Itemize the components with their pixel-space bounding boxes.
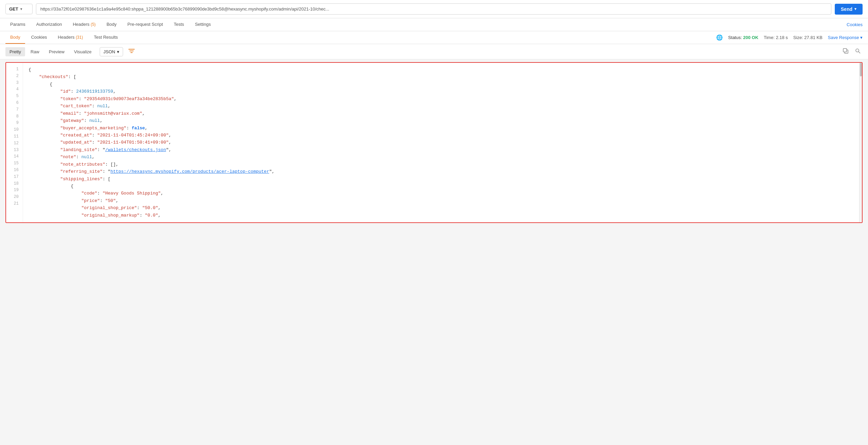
resp-tab-cookies[interactable]: Cookies bbox=[26, 31, 52, 44]
tab-params[interactable]: Params bbox=[5, 18, 30, 31]
format-pretty-button[interactable]: Pretty bbox=[5, 47, 25, 56]
tab-pre-request-script[interactable]: Pre-request Script bbox=[123, 18, 168, 31]
search-button[interactable] bbox=[853, 47, 863, 56]
size-value: Size: 27.81 KB bbox=[793, 35, 823, 40]
cookies-button[interactable]: Cookies bbox=[847, 19, 863, 31]
code-lines[interactable]: { "checkouts": [ { "id": 24369119133759,… bbox=[23, 63, 859, 222]
url-input[interactable] bbox=[36, 3, 831, 15]
status-ok-text: 200 OK bbox=[743, 35, 758, 40]
code-line: "cart_token": null, bbox=[28, 103, 859, 110]
code-line: "buyer_accepts_marketing": false, bbox=[28, 125, 859, 132]
tab-headers[interactable]: Headers (5) bbox=[68, 18, 100, 31]
code-line: "original_shop_markup": "0.0", bbox=[28, 212, 859, 219]
resp-tab-test-results[interactable]: Test Results bbox=[89, 31, 123, 44]
code-line: "referring_site": "https://hexasync.mysh… bbox=[28, 168, 859, 175]
line-numbers: 123456789101112131415161718192021 bbox=[6, 63, 23, 222]
save-response-button[interactable]: Save Response ▾ bbox=[828, 35, 863, 40]
resp-tab-headers[interactable]: Headers (31) bbox=[53, 31, 88, 44]
time-value: Time: 2.18 s bbox=[764, 35, 788, 40]
format-bar: Pretty Raw Preview Visualize JSON ▾ bbox=[0, 44, 868, 59]
send-chevron-icon: ▾ bbox=[854, 7, 856, 11]
code-line: "note_attributes": [], bbox=[28, 161, 859, 168]
format-bar-right bbox=[841, 47, 863, 56]
code-line: "token": "29354d931c9d9073eaf3a34be2835b… bbox=[28, 95, 859, 103]
code-line: "checkouts": [ bbox=[28, 73, 859, 80]
code-line: "shipping_lines": [ bbox=[28, 175, 859, 183]
tab-tests[interactable]: Tests bbox=[169, 18, 189, 31]
svg-rect-4 bbox=[843, 49, 847, 52]
tab-settings[interactable]: Settings bbox=[190, 18, 216, 31]
copy-button[interactable] bbox=[841, 47, 850, 56]
send-button[interactable]: Send ▾ bbox=[835, 4, 863, 15]
code-response-wrapper: 123456789101112131415161718192021 { "che… bbox=[5, 62, 863, 223]
format-type-dropdown[interactable]: JSON ▾ bbox=[100, 47, 123, 56]
code-line: { bbox=[28, 81, 859, 88]
code-line: "gateway": null, bbox=[28, 117, 859, 124]
url-bar: GET ▾ Send ▾ bbox=[0, 0, 868, 18]
code-line: "code": "Heavy Goods Shipping", bbox=[28, 190, 859, 197]
code-line: "created_at": "2021-11-04T01:45:24+09:00… bbox=[28, 132, 859, 139]
globe-icon: 🌐 bbox=[716, 34, 723, 41]
code-line: "updated_at": "2021-11-04T01:50:41+09:00… bbox=[28, 139, 859, 146]
resp-tab-body[interactable]: Body bbox=[5, 31, 25, 44]
format-preview-button[interactable]: Preview bbox=[45, 47, 68, 56]
status-badge: Status: 200 OK bbox=[728, 35, 758, 40]
method-dropdown[interactable]: GET ▾ bbox=[5, 4, 33, 14]
code-line: "original_shop_price": "50.0", bbox=[28, 204, 859, 211]
method-value: GET bbox=[9, 6, 18, 12]
filter-button[interactable] bbox=[126, 47, 137, 56]
request-tabs: Params Authorization Headers (5) Body Pr… bbox=[0, 18, 868, 31]
svg-line-6 bbox=[859, 52, 860, 53]
code-line: "price": "50", bbox=[28, 197, 859, 204]
code-line: "email": "johnsmith@variux.com", bbox=[28, 110, 859, 117]
scrollbar[interactable] bbox=[859, 63, 862, 222]
method-chevron-icon: ▾ bbox=[20, 7, 22, 11]
format-type-chevron-icon: ▾ bbox=[117, 49, 119, 54]
svg-point-5 bbox=[856, 49, 859, 52]
code-line: "id": 24369119133759, bbox=[28, 88, 859, 95]
code-line: { bbox=[28, 66, 859, 73]
code-content: 123456789101112131415161718192021 { "che… bbox=[6, 63, 862, 222]
format-visualize-button[interactable]: Visualize bbox=[70, 47, 96, 56]
code-line: "note": null, bbox=[28, 153, 859, 161]
status-info: 🌐 Status: 200 OK Time: 2.18 s Size: 27.8… bbox=[716, 34, 863, 41]
tab-body[interactable]: Body bbox=[102, 18, 121, 31]
code-line: "landing_site": "/wallets/checkouts.json… bbox=[28, 146, 859, 153]
format-raw-button[interactable]: Raw bbox=[26, 47, 43, 56]
tab-authorization[interactable]: Authorization bbox=[32, 18, 67, 31]
code-line: { bbox=[28, 183, 859, 190]
scrollbar-thumb[interactable] bbox=[860, 63, 862, 76]
response-tabs-bar: Body Cookies Headers (31) Test Results 🌐… bbox=[0, 31, 868, 44]
